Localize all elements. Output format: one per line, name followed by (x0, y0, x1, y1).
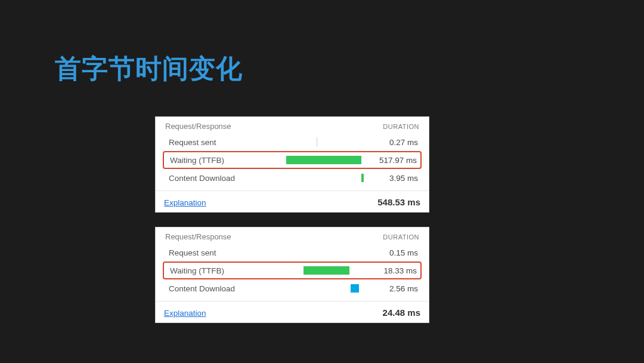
header-right: DURATION (383, 233, 419, 241)
row-bar (276, 136, 367, 149)
slide: 首字节时间变化 Request/Response DURATION Reques… (0, 0, 644, 363)
panel-footer: Explanation 548.53 ms (156, 191, 429, 212)
row-bar (276, 246, 367, 259)
total-duration: 548.53 ms (377, 197, 420, 207)
header-right: DURATION (383, 123, 419, 130)
row-value: 18.33 ms (366, 266, 419, 275)
timing-panel-before: Request/Response DURATION Request sent 0… (155, 116, 429, 213)
row-value: 3.95 ms (367, 174, 420, 183)
row-value: 0.15 ms (367, 248, 420, 257)
bar-tick-icon (351, 284, 359, 293)
row-value: 0.27 ms (367, 138, 420, 147)
header-left: Request/Response (165, 232, 231, 241)
timing-panels: Request/Response DURATION Request sent 0… (155, 116, 429, 337)
bar-tick-icon (361, 174, 364, 182)
row-bar (277, 264, 366, 277)
row-label: Waiting (TTFB) (165, 156, 277, 165)
timing-row-ttfb: Waiting (TTFB) 18.33 ms (165, 263, 419, 278)
row-label: Request sent (164, 248, 276, 257)
timing-row-ttfb: Waiting (TTFB) 517.97 ms (165, 152, 419, 168)
row-bar (276, 282, 367, 295)
bar-fill-icon (304, 266, 349, 275)
bar-separator-icon (317, 137, 317, 147)
row-bar (276, 171, 367, 184)
timing-panel-after: Request/Response DURATION Request sent 0… (155, 227, 429, 323)
row-label: Content Download (164, 174, 276, 183)
timing-row-request-sent: Request sent 0.27 ms (164, 134, 420, 150)
explanation-link[interactable]: Explanation (164, 198, 206, 207)
row-label: Waiting (TTFB) (165, 266, 277, 275)
row-value: 517.97 ms (366, 156, 419, 165)
total-duration: 24.48 ms (383, 307, 420, 318)
slide-title: 首字节时间变化 (55, 51, 243, 87)
header-left: Request/Response (165, 122, 231, 131)
row-label: Content Download (164, 284, 276, 293)
timing-row-request-sent: Request sent 0.15 ms (164, 245, 420, 260)
explanation-link[interactable]: Explanation (164, 309, 206, 318)
panel-footer: Explanation 24.48 ms (156, 302, 429, 322)
row-value: 2.56 ms (367, 284, 420, 293)
panel-header: Request/Response DURATION (164, 231, 420, 245)
row-bar (277, 153, 366, 167)
panel-header: Request/Response DURATION (164, 121, 420, 134)
timing-row-content-download: Content Download 2.56 ms (164, 281, 420, 296)
row-label: Request sent (164, 138, 276, 147)
timing-row-content-download: Content Download 3.95 ms (164, 170, 420, 186)
highlight-ttfb: Waiting (TTFB) 18.33 ms (163, 262, 422, 279)
bar-fill-icon (286, 156, 361, 164)
highlight-ttfb: Waiting (TTFB) 517.97 ms (163, 151, 422, 169)
